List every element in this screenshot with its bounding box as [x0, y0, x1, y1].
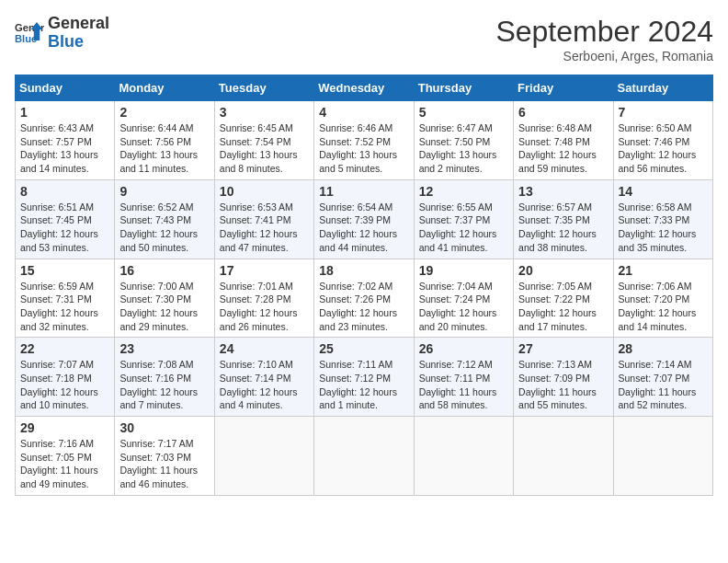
day-number: 16	[119, 263, 209, 278]
day-info: Sunrise: 7:02 AMSunset: 7:26 PMDaylight:…	[319, 280, 408, 334]
day-number: 6	[518, 105, 608, 120]
calendar-cell: 16Sunrise: 7:00 AMSunset: 7:30 PMDayligh…	[115, 259, 214, 338]
day-info: Sunrise: 6:43 AMSunset: 7:57 PMDaylight:…	[20, 121, 109, 176]
calendar-week-2: 8Sunrise: 6:51 AMSunset: 7:45 PMDaylight…	[16, 179, 713, 259]
calendar-cell: 18Sunrise: 7:02 AMSunset: 7:26 PMDayligh…	[314, 259, 414, 338]
day-number: 19	[419, 263, 508, 278]
calendar-cell: 3Sunrise: 6:45 AMSunset: 7:54 PMDaylight…	[214, 101, 313, 180]
calendar-week-5: 29Sunrise: 7:16 AMSunset: 7:05 PMDayligh…	[16, 417, 713, 496]
day-info: Sunrise: 7:13 AMSunset: 7:09 PMDaylight:…	[518, 358, 608, 412]
day-info: Sunrise: 6:51 AMSunset: 7:45 PMDaylight:…	[20, 201, 109, 255]
day-info: Sunrise: 6:46 AMSunset: 7:52 PMDaylight:…	[319, 121, 408, 176]
day-number: 4	[319, 105, 408, 120]
day-number: 22	[20, 341, 109, 356]
day-info: Sunrise: 6:52 AMSunset: 7:43 PMDaylight:…	[119, 201, 209, 255]
logo-icon: General Blue	[15, 18, 44, 48]
day-info: Sunrise: 7:01 AMSunset: 7:28 PMDaylight:…	[220, 280, 309, 334]
title-block: September 2024 Serboeni, Arges, Romania	[495, 15, 713, 63]
calendar-cell: 6Sunrise: 6:48 AMSunset: 7:48 PMDaylight…	[514, 101, 613, 180]
day-number: 15	[20, 263, 109, 278]
col-header-tuesday: Tuesday	[214, 75, 313, 101]
day-number: 8	[20, 184, 109, 199]
day-number: 26	[419, 341, 508, 356]
col-header-saturday: Saturday	[613, 75, 712, 101]
day-number: 23	[119, 341, 209, 356]
calendar-cell: 9Sunrise: 6:52 AMSunset: 7:43 PMDaylight…	[115, 179, 214, 259]
day-info: Sunrise: 7:05 AMSunset: 7:22 PMDaylight:…	[518, 280, 608, 334]
svg-text:Blue: Blue	[15, 32, 37, 43]
calendar-cell: 27Sunrise: 7:13 AMSunset: 7:09 PMDayligh…	[514, 338, 613, 417]
day-info: Sunrise: 7:08 AMSunset: 7:16 PMDaylight:…	[119, 358, 209, 412]
calendar-cell: 7Sunrise: 6:50 AMSunset: 7:46 PMDaylight…	[613, 101, 712, 180]
day-info: Sunrise: 7:16 AMSunset: 7:05 PMDaylight:…	[20, 437, 109, 491]
calendar-cell	[613, 417, 712, 496]
day-info: Sunrise: 6:44 AMSunset: 7:56 PMDaylight:…	[119, 121, 209, 176]
day-info: Sunrise: 6:55 AMSunset: 7:37 PMDaylight:…	[419, 201, 508, 255]
calendar-cell: 2Sunrise: 6:44 AMSunset: 7:56 PMDaylight…	[115, 101, 214, 180]
calendar-cell: 13Sunrise: 6:57 AMSunset: 7:35 PMDayligh…	[514, 179, 613, 259]
day-number: 24	[220, 341, 309, 356]
calendar-cell: 21Sunrise: 7:06 AMSunset: 7:20 PMDayligh…	[613, 259, 712, 338]
day-number: 18	[319, 263, 408, 278]
page-header: General Blue General Blue September 2024…	[15, 15, 713, 63]
col-header-thursday: Thursday	[414, 75, 513, 101]
day-info: Sunrise: 6:57 AMSunset: 7:35 PMDaylight:…	[518, 201, 608, 255]
calendar-week-3: 15Sunrise: 6:59 AMSunset: 7:31 PMDayligh…	[16, 259, 713, 338]
calendar-cell: 15Sunrise: 6:59 AMSunset: 7:31 PMDayligh…	[16, 259, 115, 338]
calendar-week-1: 1Sunrise: 6:43 AMSunset: 7:57 PMDaylight…	[16, 101, 713, 180]
logo: General Blue General Blue	[15, 15, 109, 52]
day-number: 17	[220, 263, 309, 278]
day-info: Sunrise: 7:06 AMSunset: 7:20 PMDaylight:…	[619, 280, 708, 334]
day-info: Sunrise: 6:54 AMSunset: 7:39 PMDaylight:…	[319, 201, 408, 255]
day-number: 5	[419, 105, 508, 120]
month-title: September 2024	[495, 15, 713, 49]
calendar-cell	[214, 417, 313, 496]
col-header-friday: Friday	[514, 75, 613, 101]
calendar-cell: 5Sunrise: 6:47 AMSunset: 7:50 PMDaylight…	[414, 101, 513, 180]
calendar-week-4: 22Sunrise: 7:07 AMSunset: 7:18 PMDayligh…	[16, 338, 713, 417]
day-number: 11	[319, 184, 408, 199]
day-info: Sunrise: 6:58 AMSunset: 7:33 PMDaylight:…	[619, 201, 708, 255]
day-number: 29	[20, 420, 109, 435]
calendar-cell: 4Sunrise: 6:46 AMSunset: 7:52 PMDaylight…	[314, 101, 414, 180]
calendar-cell: 17Sunrise: 7:01 AMSunset: 7:28 PMDayligh…	[214, 259, 313, 338]
location-subtitle: Serboeni, Arges, Romania	[495, 49, 713, 63]
calendar-cell	[514, 417, 613, 496]
day-number: 14	[619, 184, 708, 199]
day-number: 2	[119, 105, 209, 120]
calendar-cell	[314, 417, 414, 496]
day-number: 27	[518, 341, 608, 356]
col-header-monday: Monday	[115, 75, 214, 101]
day-number: 12	[419, 184, 508, 199]
day-info: Sunrise: 6:50 AMSunset: 7:46 PMDaylight:…	[619, 121, 708, 176]
calendar-table: SundayMondayTuesdayWednesdayThursdayFrid…	[15, 75, 713, 496]
calendar-cell: 1Sunrise: 6:43 AMSunset: 7:57 PMDaylight…	[16, 101, 115, 180]
calendar-cell: 19Sunrise: 7:04 AMSunset: 7:24 PMDayligh…	[414, 259, 513, 338]
day-info: Sunrise: 6:47 AMSunset: 7:50 PMDaylight:…	[419, 121, 508, 176]
day-info: Sunrise: 7:11 AMSunset: 7:12 PMDaylight:…	[319, 358, 408, 412]
day-info: Sunrise: 6:48 AMSunset: 7:48 PMDaylight:…	[518, 121, 608, 176]
day-info: Sunrise: 7:00 AMSunset: 7:30 PMDaylight:…	[119, 280, 209, 334]
day-number: 10	[220, 184, 309, 199]
day-number: 20	[518, 263, 608, 278]
day-info: Sunrise: 6:59 AMSunset: 7:31 PMDaylight:…	[20, 280, 109, 334]
calendar-cell: 10Sunrise: 6:53 AMSunset: 7:41 PMDayligh…	[214, 179, 313, 259]
day-number: 25	[319, 341, 408, 356]
calendar-cell: 8Sunrise: 6:51 AMSunset: 7:45 PMDaylight…	[16, 179, 115, 259]
day-number: 3	[220, 105, 309, 120]
day-info: Sunrise: 6:45 AMSunset: 7:54 PMDaylight:…	[220, 121, 309, 176]
calendar-cell: 29Sunrise: 7:16 AMSunset: 7:05 PMDayligh…	[16, 417, 115, 496]
calendar-cell: 14Sunrise: 6:58 AMSunset: 7:33 PMDayligh…	[613, 179, 712, 259]
day-number: 21	[619, 263, 708, 278]
calendar-cell: 11Sunrise: 6:54 AMSunset: 7:39 PMDayligh…	[314, 179, 414, 259]
calendar-cell: 25Sunrise: 7:11 AMSunset: 7:12 PMDayligh…	[314, 338, 414, 417]
day-number: 28	[619, 341, 708, 356]
day-info: Sunrise: 7:14 AMSunset: 7:07 PMDaylight:…	[619, 358, 708, 412]
calendar-cell: 28Sunrise: 7:14 AMSunset: 7:07 PMDayligh…	[613, 338, 712, 417]
calendar-cell	[414, 417, 513, 496]
calendar-cell: 20Sunrise: 7:05 AMSunset: 7:22 PMDayligh…	[514, 259, 613, 338]
day-number: 30	[119, 420, 209, 435]
calendar-cell: 12Sunrise: 6:55 AMSunset: 7:37 PMDayligh…	[414, 179, 513, 259]
day-info: Sunrise: 7:10 AMSunset: 7:14 PMDaylight:…	[220, 358, 309, 412]
calendar-cell: 24Sunrise: 7:10 AMSunset: 7:14 PMDayligh…	[214, 338, 313, 417]
